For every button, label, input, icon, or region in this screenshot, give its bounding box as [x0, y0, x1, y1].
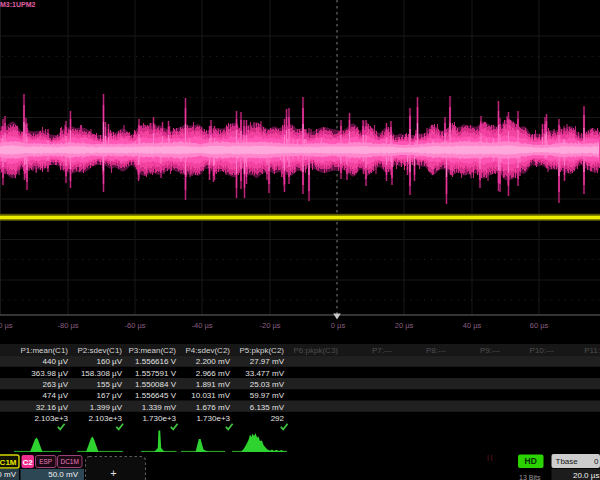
svg-text:-20 µs: -20 µs [260, 321, 281, 330]
svg-text:0: 0 [594, 457, 599, 466]
svg-text:1.550084 V: 1.550084 V [135, 380, 177, 389]
svg-text:160 µV: 160 µV [96, 357, 122, 366]
svg-text:P1:mean(C1): P1:mean(C1) [20, 346, 68, 355]
svg-text:2.966 mV: 2.966 mV [196, 369, 231, 378]
svg-text:-100 µs: -100 µs [0, 321, 13, 330]
svg-text:C1M: C1M [0, 458, 17, 467]
svg-text:-60 µs: -60 µs [125, 321, 146, 330]
svg-text:ESP: ESP [39, 458, 52, 465]
svg-text:C2: C2 [23, 458, 34, 467]
svg-text:1.399 µV: 1.399 µV [90, 403, 123, 412]
svg-text:1.730e+3: 1.730e+3 [196, 414, 230, 423]
svg-text:158.308 µV: 158.308 µV [81, 369, 123, 378]
svg-text:2.103e+3: 2.103e+3 [88, 414, 122, 423]
svg-text:60 µs: 60 µs [530, 321, 549, 330]
svg-text:292: 292 [271, 414, 285, 423]
svg-text:363.98 µV: 363.98 µV [31, 369, 68, 378]
svg-text:P5:pkpk(C2): P5:pkpk(C2) [240, 346, 285, 355]
svg-text:59.97 mV: 59.97 mV [250, 391, 285, 400]
svg-text:P11:---: P11:--- [584, 346, 600, 355]
svg-text:P9:---: P9:--- [480, 346, 500, 355]
svg-text:1.891 mV: 1.891 mV [196, 380, 231, 389]
svg-text:Tbase: Tbase [556, 457, 579, 466]
svg-text:P2:sdev(C1): P2:sdev(C1) [78, 346, 123, 355]
svg-text:2.103e+3: 2.103e+3 [34, 414, 68, 423]
svg-text:33.477 mV: 33.477 mV [245, 369, 284, 378]
svg-text:P7:---: P7:--- [372, 346, 392, 355]
svg-text:P8:---: P8:--- [426, 346, 446, 355]
svg-text:1.557591 V: 1.557591 V [135, 369, 177, 378]
svg-text:263 µV: 263 µV [42, 380, 68, 389]
svg-text:P4:sdev(C2): P4:sdev(C2) [186, 346, 231, 355]
svg-text:10.031 mV: 10.031 mV [191, 391, 230, 400]
svg-text:DC1M: DC1M [60, 458, 78, 465]
svg-text:20.0 µs: 20.0 µs [573, 471, 599, 480]
svg-text:27.97 mV: 27.97 mV [250, 357, 285, 366]
svg-text:1.676 mV: 1.676 mV [196, 403, 231, 412]
svg-text:50.0 mV: 50.0 mV [48, 470, 78, 479]
svg-text:HD: HD [525, 456, 537, 466]
svg-text:P3:mean(C2): P3:mean(C2) [128, 346, 176, 355]
svg-text:0 µs: 0 µs [331, 321, 346, 330]
svg-text:P10:---: P10:--- [530, 346, 555, 355]
svg-text:32.16 µV: 32.16 µV [36, 403, 69, 412]
svg-text:25.03 mV: 25.03 mV [250, 380, 285, 389]
svg-text:155 µV: 155 µV [96, 380, 122, 389]
svg-text:2.200 mV: 2.200 mV [196, 357, 231, 366]
svg-text:+: + [110, 467, 116, 479]
svg-text:474 µV: 474 µV [42, 391, 68, 400]
svg-text:0 mV: 0 mV [0, 470, 17, 479]
svg-text:-80 µs: -80 µs [58, 321, 79, 330]
svg-text:M3:1UPM2: M3:1UPM2 [0, 1, 36, 8]
svg-text:P6:pkpk(C3): P6:pkpk(C3) [294, 346, 339, 355]
svg-text:13 Bits: 13 Bits [519, 474, 541, 480]
svg-text:1.556645 V: 1.556645 V [135, 391, 177, 400]
svg-text:6.135 mV: 6.135 mV [250, 403, 285, 412]
svg-text:1.339 mV: 1.339 mV [142, 403, 177, 412]
svg-text:20 µs: 20 µs [395, 321, 414, 330]
svg-text:40 µs: 40 µs [463, 321, 482, 330]
svg-text:-40 µs: -40 µs [192, 321, 213, 330]
svg-text:440 µV: 440 µV [42, 357, 68, 366]
svg-text:1.556616 V: 1.556616 V [135, 357, 177, 366]
svg-text:1.730e+3: 1.730e+3 [142, 414, 176, 423]
svg-text:167 µV: 167 µV [96, 391, 122, 400]
